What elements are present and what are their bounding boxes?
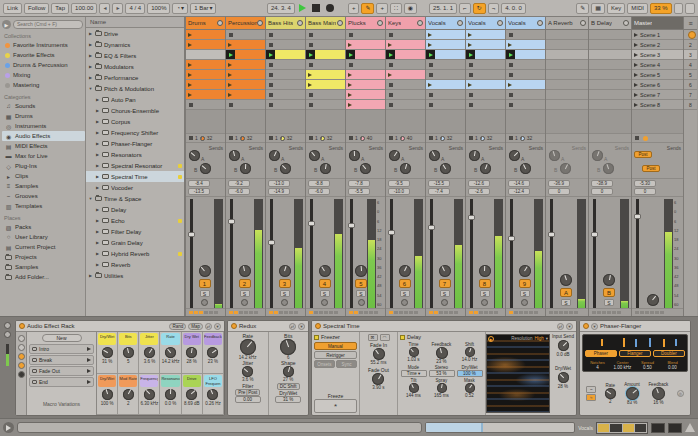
clip-slot[interactable] bbox=[226, 30, 265, 40]
track-header-circle-icon[interactable] bbox=[297, 20, 303, 26]
overview-block[interactable] bbox=[651, 423, 665, 433]
macro-variation-intro[interactable]: Intro bbox=[29, 344, 94, 354]
expand-arrow-icon[interactable]: ▶ bbox=[95, 163, 100, 168]
clip-slot[interactable] bbox=[466, 90, 505, 100]
expand-arrow-icon[interactable]: ▶ bbox=[95, 152, 100, 157]
send-b-knob[interactable] bbox=[320, 163, 331, 174]
mask-knob[interactable] bbox=[465, 383, 475, 393]
scene-number[interactable]: 2 bbox=[684, 40, 697, 50]
clip-slot[interactable] bbox=[266, 100, 305, 110]
scene-play-icon[interactable] bbox=[634, 83, 638, 87]
volume-fader[interactable] bbox=[550, 199, 553, 308]
clip-slot[interactable] bbox=[386, 50, 425, 60]
sidebar-item-user-library[interactable]: ○User Library bbox=[2, 232, 85, 242]
pan-knob[interactable] bbox=[439, 265, 451, 277]
clip-stop-button[interactable] bbox=[269, 73, 273, 77]
clip-slot[interactable] bbox=[306, 30, 345, 40]
fade-out-knob[interactable] bbox=[372, 373, 384, 385]
loop-button[interactable]: ↻ bbox=[473, 3, 486, 14]
clip-stop-button[interactable] bbox=[389, 83, 393, 87]
track-header[interactable]: Plucks bbox=[346, 17, 385, 30]
scene-slot[interactable]: Scene 7 bbox=[632, 90, 683, 100]
volume-fader[interactable] bbox=[430, 199, 433, 308]
input-send-knob[interactable] bbox=[558, 340, 569, 351]
track-header[interactable]: Vocals bbox=[426, 17, 465, 30]
clip-play-icon[interactable] bbox=[468, 33, 472, 37]
clip-stop-button[interactable] bbox=[429, 73, 433, 77]
clip-play-icon[interactable] bbox=[428, 83, 432, 87]
send-a-knob[interactable] bbox=[509, 150, 520, 161]
track-header-circle-icon[interactable] bbox=[537, 20, 543, 26]
tempo-follow-button[interactable]: Follow bbox=[24, 3, 49, 14]
sidebar-item-samples[interactable]: Samples bbox=[2, 262, 85, 272]
clip-play-icon[interactable] bbox=[308, 83, 312, 87]
param-notches[interactable]: Notches4 bbox=[585, 360, 610, 370]
link-button[interactable]: Link bbox=[3, 3, 22, 14]
peak-level-field[interactable]: -14.6 bbox=[508, 180, 530, 187]
tilt-knob[interactable] bbox=[409, 383, 419, 393]
variation-launch-icon[interactable] bbox=[87, 380, 91, 384]
fader-handle[interactable] bbox=[388, 230, 395, 235]
scene-play-icon[interactable] bbox=[634, 93, 638, 97]
volume-fader[interactable] bbox=[390, 199, 393, 308]
clip-slot[interactable] bbox=[266, 80, 305, 90]
clip-stop-button[interactable] bbox=[509, 73, 513, 77]
clip-slot[interactable] bbox=[506, 70, 545, 80]
freezer-sync-button[interactable]: Sync bbox=[336, 360, 357, 368]
expand-arrow-icon[interactable]: ▶ bbox=[88, 75, 93, 80]
clip-slot[interactable] bbox=[266, 40, 305, 50]
expand-arrow-icon[interactable]: ▶ bbox=[95, 141, 100, 146]
clip-view-selector-icon[interactable] bbox=[4, 322, 11, 329]
rack-show-macros-button[interactable] bbox=[18, 344, 25, 351]
track-header[interactable]: Drums bbox=[186, 17, 225, 30]
fader-handle[interactable] bbox=[428, 225, 435, 230]
fade-in-knob[interactable] bbox=[373, 348, 385, 360]
volume-field[interactable]: -5.5 bbox=[348, 188, 370, 195]
clip-slot[interactable] bbox=[226, 80, 265, 90]
track-header-circle-icon[interactable] bbox=[217, 20, 223, 26]
phaser-output-icon[interactable]: ◎ bbox=[677, 390, 684, 397]
clip-slot[interactable] bbox=[386, 60, 425, 70]
mode-doubler-button[interactable]: Doubler bbox=[653, 350, 685, 357]
clip-stop-button[interactable] bbox=[509, 103, 513, 107]
time-knob[interactable] bbox=[409, 347, 419, 357]
key-map-button[interactable]: Key bbox=[607, 3, 625, 14]
automation-arm-button[interactable]: ✎ bbox=[361, 3, 374, 14]
scene-play-icon[interactable] bbox=[634, 63, 638, 67]
clip-play-icon[interactable] bbox=[388, 73, 392, 77]
new-variation-button[interactable]: New bbox=[42, 334, 82, 342]
clip-slot[interactable] bbox=[506, 40, 545, 50]
clip-stop-button[interactable] bbox=[349, 33, 353, 37]
clip-slot[interactable] bbox=[306, 50, 345, 60]
macro-variation-end[interactable]: End bbox=[29, 377, 94, 387]
quantization-menu[interactable]: 1 Bar▾ bbox=[190, 3, 216, 14]
arm-record-button[interactable] bbox=[201, 299, 208, 306]
browser-item-chorus-ensemble[interactable]: ▶Chorus-Ensemble bbox=[86, 105, 184, 116]
send-b-knob[interactable] bbox=[240, 163, 251, 174]
macro-knob[interactable] bbox=[186, 347, 197, 358]
volume-field[interactable]: -2.6 bbox=[468, 188, 490, 195]
solo-button[interactable]: S bbox=[400, 290, 410, 297]
track-header[interactable]: Keys bbox=[386, 17, 425, 30]
time-signature-field[interactable]: 4 / 4 bbox=[125, 3, 145, 14]
volume-field[interactable]: -6.0 bbox=[308, 188, 330, 195]
track-activator-button[interactable]: 6 bbox=[399, 279, 411, 288]
clip-stop-button[interactable] bbox=[309, 43, 313, 47]
cue-post-button-a[interactable]: Post bbox=[634, 151, 652, 158]
send-a-knob[interactable] bbox=[189, 150, 200, 161]
clip-stop-button[interactable] bbox=[389, 33, 393, 37]
track-header-circle-icon[interactable] bbox=[337, 20, 343, 26]
save-preset-icon[interactable]: ▼ bbox=[298, 323, 305, 330]
stop-all-clips-button[interactable] bbox=[635, 136, 639, 140]
feedback-knob[interactable] bbox=[436, 347, 448, 359]
draw-mode-button[interactable]: ✎ bbox=[576, 3, 589, 14]
redux-dc-shift-button[interactable]: DC Shift bbox=[277, 383, 300, 390]
fader-handle[interactable] bbox=[508, 236, 515, 241]
send-b-knob[interactable] bbox=[603, 163, 614, 174]
play-button[interactable] bbox=[297, 4, 308, 12]
redux-bits-knob[interactable] bbox=[280, 339, 296, 355]
track-header-circle-icon[interactable] bbox=[257, 20, 263, 26]
browser-item-pitch-modulation[interactable]: ▼Pitch & Modulation bbox=[86, 83, 184, 94]
out-drywet-knob[interactable] bbox=[558, 372, 569, 383]
clip-slot[interactable] bbox=[306, 80, 345, 90]
